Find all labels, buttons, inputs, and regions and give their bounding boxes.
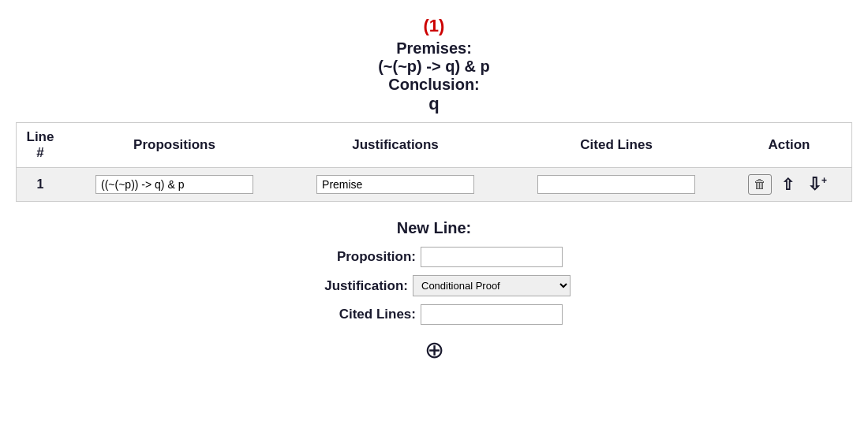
- table-header-row: Line # Propositions Justifications Cited…: [17, 123, 851, 168]
- cited-lines-label: Cited Lines:: [305, 307, 416, 322]
- cited-lines-row: Cited Lines:: [297, 304, 571, 325]
- premises-label: Premises:: [378, 39, 490, 58]
- cell-proposition[interactable]: [64, 168, 285, 202]
- cited-lines-input[interactable]: [421, 304, 563, 325]
- col-header-cited-lines: Cited Lines: [506, 123, 727, 168]
- cited-lines-field[interactable]: [537, 175, 695, 194]
- justification-label: Justification:: [297, 278, 408, 294]
- cell-action: 🗑⇧⇩+: [727, 168, 851, 202]
- cell-line-number: 1: [17, 168, 64, 202]
- add-row: ⊕: [297, 333, 571, 363]
- justification-row: Justification: Conditional ProofPremiseM…: [297, 275, 571, 296]
- col-header-action: Action: [727, 123, 851, 168]
- move-down-button[interactable]: ⇩+: [804, 173, 830, 196]
- proposition-field[interactable]: [95, 175, 253, 194]
- proof-table: Line # Propositions Justifications Cited…: [17, 123, 851, 201]
- cell-justification[interactable]: [285, 168, 506, 202]
- col-header-line: Line #: [17, 123, 64, 168]
- premises-value: (~(~p) -> q) & p: [378, 58, 490, 76]
- justification-field[interactable]: [316, 175, 474, 194]
- col-header-propositions: Propositions: [64, 123, 285, 168]
- problem-number: (1): [378, 16, 490, 36]
- new-line-title: New Line:: [297, 219, 571, 237]
- header-section: (1) Premises: (~(~p) -> q) & p Conclusio…: [378, 16, 490, 114]
- conclusion-label: Conclusion:: [378, 76, 490, 94]
- proof-table-wrapper: Line # Propositions Justifications Cited…: [16, 122, 852, 202]
- proposition-label: Proposition:: [305, 249, 416, 265]
- new-line-section: New Line: Proposition: Justification: Co…: [297, 219, 571, 371]
- justification-select[interactable]: Conditional ProofPremiseModus PonensModu…: [413, 275, 571, 296]
- add-line-button[interactable]: ⊕: [425, 336, 444, 363]
- table-row: 1🗑⇧⇩+: [17, 168, 851, 202]
- col-header-justifications: Justifications: [285, 123, 506, 168]
- move-up-button[interactable]: ⇧: [778, 173, 798, 195]
- cell-cited-lines[interactable]: [506, 168, 727, 202]
- proposition-input[interactable]: [421, 247, 563, 267]
- conclusion-value: q: [378, 94, 490, 114]
- delete-row-button[interactable]: 🗑: [748, 174, 772, 195]
- proposition-row: Proposition:: [297, 247, 571, 267]
- main-container: (1) Premises: (~(~p) -> q) & p Conclusio…: [0, 0, 868, 443]
